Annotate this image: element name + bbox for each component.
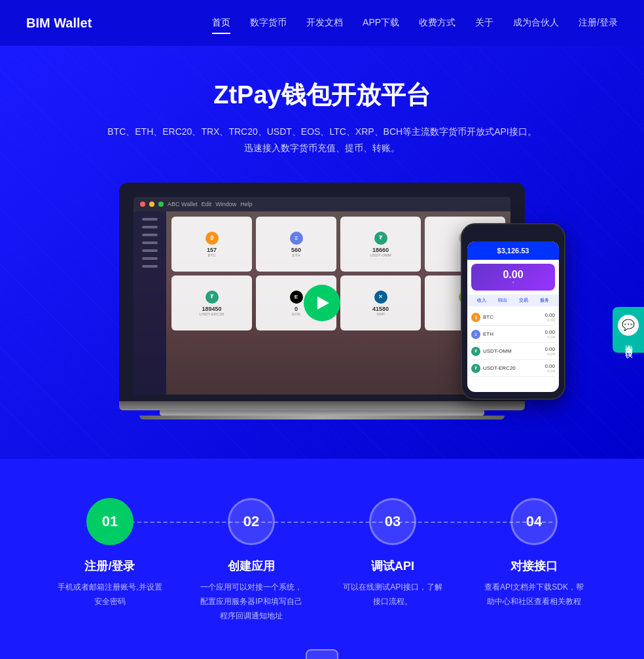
eth-label: ETH	[293, 253, 300, 257]
usdt-omm-label: USDT-OMM	[370, 253, 391, 257]
crypto-card-btc: ₿ 157 BTC	[171, 217, 252, 272]
nav-item-partner[interactable]: 成为合伙人	[513, 14, 559, 31]
phone-usdt-omm-val: 0.00	[545, 346, 555, 352]
phone-eth-name: ETH	[483, 331, 493, 337]
phone-tab-0[interactable]: 收入	[477, 297, 486, 304]
xrp-label: XRP	[376, 312, 384, 316]
nav-item-pricing[interactable]: 收费方式	[419, 14, 456, 31]
nav-item-docs[interactable]: 开发文档	[306, 14, 343, 31]
hero-subtitle: BTC、ETH、ERC20、TRX、TRC20、USDT、EOS、LTC、XRP…	[26, 124, 618, 156]
hero-section: ZtPay钱包开放平台 BTC、ETH、ERC20、TRX、TRC20、USDT…	[0, 46, 644, 459]
menu-abc-wallet: ABC Wallet	[168, 201, 198, 207]
step-circle-4: 04	[510, 498, 558, 545]
step-circle-1: 01	[86, 498, 134, 545]
phone-tab-2[interactable]: 交易	[519, 297, 528, 304]
consultation-text: 咨询与建议	[623, 338, 634, 345]
dot-yellow	[149, 202, 154, 207]
xrp-icon: ✕	[374, 291, 387, 304]
steps-section: 01 注册/登录 手机或者邮箱注册账号,并设置安全密码 02 创建应用 一个应用…	[0, 459, 644, 659]
main-nav: 首页 数字货币 开发文档 APP下载 收费方式 关于 成为合伙人 注册/登录	[212, 14, 618, 31]
phone-notch	[497, 231, 529, 239]
laptop-foot	[139, 416, 505, 419]
step-title-4: 对接接口	[510, 558, 558, 574]
hero-sub-line2: 迅速接入数字货币充值、提币、转账。	[244, 143, 400, 153]
phone-usdt-erc20-dot: ₮	[471, 364, 480, 373]
phone-tab-1[interactable]: 转出	[498, 297, 507, 304]
download-row: ↓	[39, 636, 605, 659]
eth-amount: 560	[291, 247, 301, 253]
phone-tabs: 收入 转出 交易 服务	[467, 294, 559, 306]
xrp-amount: 41580	[372, 306, 389, 312]
step-desc-3: 可以在线测试API接口，了解接口流程。	[340, 580, 445, 609]
phone-body: $3,126.53 0.00 * 收入 转出 交易 服务	[461, 223, 565, 400]
laptop-base	[119, 401, 525, 410]
phone-btc-val: 0.00	[545, 312, 555, 318]
eth-icon: Ξ	[290, 232, 303, 245]
nav-item-crypto[interactable]: 数字货币	[250, 14, 287, 31]
phone-list-item-usdt-erc20: ₮ USDT-ERC20 0.00 0.00	[471, 360, 555, 377]
phone-card-sub: *	[476, 281, 550, 285]
phone-purple-card: 0.00 *	[471, 264, 555, 291]
phone-eth-sub: 0.00	[545, 335, 555, 339]
step-item-1: 01 注册/登录 手机或者邮箱注册账号,并设置安全密码	[39, 498, 181, 609]
phone-usdt-omm-name: USDT-OMM	[483, 348, 512, 354]
phone-usdt-erc20-sub: 0.00	[545, 369, 555, 373]
step-title-2: 创建应用	[228, 558, 275, 574]
screen-sidebar	[134, 211, 166, 395]
nav-item-home[interactable]: 首页	[212, 14, 230, 31]
sidebar-icon-5	[142, 249, 158, 252]
sidebar-icon-3	[142, 234, 158, 236]
step-desc-4: 查看API文档并下载SDK，帮助中心和社区查看相关教程	[482, 580, 586, 609]
phone-btc-sub: 0.00	[545, 318, 555, 322]
crypto-card-usdt-erc20: ₮ 189450 USDT-ERC20	[171, 276, 252, 330]
step-item-2: 02 创建应用 一个应用可以对接一个系统，配置应用服务器IP和填写自己程序回调通…	[181, 498, 322, 623]
nav-item-login[interactable]: 注册/登录	[579, 14, 618, 31]
sidebar-icon-7	[142, 265, 158, 268]
laptop-top-bar: ABC Wallet Edit Window Help	[134, 197, 510, 211]
hero-title: ZtPay钱包开放平台	[26, 79, 618, 112]
phone-usdt-omm-dot: ₮	[471, 347, 480, 356]
phone-header: $3,126.53	[467, 241, 559, 260]
usdt-omm-icon: ₮	[374, 232, 387, 245]
download-button[interactable]: ↓	[306, 649, 338, 659]
eos-amount: 0	[295, 306, 298, 312]
step-circle-3: 03	[369, 498, 416, 545]
btc-label: BTC	[208, 253, 216, 257]
phone-usdt-erc20-val: 0.00	[545, 363, 555, 369]
header: BIM Wallet 首页 数字货币 开发文档 APP下载 收费方式 关于 成为…	[0, 0, 644, 46]
dot-green	[158, 202, 164, 207]
step-title-3: 调试API	[371, 558, 414, 574]
btc-amount: 157	[207, 247, 217, 253]
phone-usdt-erc20-name: USDT-ERC20	[483, 365, 516, 371]
phone-mockup: $3,126.53 0.00 * 收入 转出 交易 服务	[461, 223, 565, 400]
eos-label: EOS	[292, 312, 300, 316]
usdt-omm-amount: 18660	[372, 247, 389, 253]
step-number-3: 03	[385, 513, 401, 530]
nav-item-about[interactable]: 关于	[475, 14, 493, 31]
crypto-card-usdt-omm: ₮ 18660 USDT-OMM	[340, 217, 421, 272]
phone-tab-3[interactable]: 服务	[540, 297, 549, 304]
play-button[interactable]	[304, 285, 340, 321]
nav-item-app[interactable]: APP下载	[363, 14, 399, 31]
play-icon	[317, 296, 329, 310]
laptop-screen: ₿ 157 BTC Ξ 560 ETH ₮ 18660 USDT-OMM	[134, 211, 510, 395]
usdt-erc20-label: USDT-ERC20	[200, 312, 224, 316]
step-desc-1: 手机或者邮箱注册账号,并设置安全密码	[58, 580, 162, 609]
logo: BIM Wallet	[26, 16, 92, 31]
phone-btc-name: BTC	[483, 314, 493, 320]
btc-icon: ₿	[206, 232, 219, 245]
phone-list-item-btc: ₿ BTC 0.00 0.00	[471, 309, 555, 326]
phone-list-item-eth: Ξ ETH 0.00 0.00	[471, 326, 555, 343]
sidebar-icon-4	[142, 241, 158, 244]
phone-btc-dot: ₿	[471, 313, 480, 322]
usdt-erc20-icon: ₮	[206, 291, 219, 304]
sidebar-icon-6	[142, 257, 158, 260]
side-consultation-widget[interactable]: 💬 咨询与建议	[613, 307, 644, 353]
step-item-4: 04 对接接口 查看API文档并下载SDK，帮助中心和社区查看相关教程	[463, 498, 605, 609]
usdt-erc20-amount: 189450	[202, 306, 221, 312]
devices-container: ABC Wallet Edit Window Help	[26, 183, 618, 419]
phone-list-item-usdt-omm: ₮ USDT-OMM 0.00 0.00	[471, 343, 555, 360]
menu-window: Window	[215, 201, 236, 207]
step-item-3: 03 调试API 可以在线测试API接口，了解接口流程。	[322, 498, 463, 609]
phone-screen: $3,126.53 0.00 * 收入 转出 交易 服务	[467, 241, 559, 392]
